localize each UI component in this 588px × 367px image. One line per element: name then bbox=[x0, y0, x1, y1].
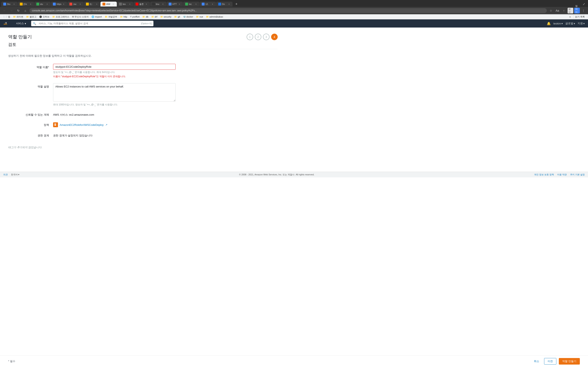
bookmark-vue-label: vue bbox=[199, 16, 203, 18]
bookmark-musinsa[interactable]: M 무신사 스토어 bbox=[71, 15, 90, 19]
bookmarks-more-button[interactable]: » bbox=[568, 15, 572, 19]
reload-button[interactable]: ↻ bbox=[16, 8, 21, 13]
tab-close-1[interactable]: × bbox=[13, 3, 16, 6]
tab-close-7[interactable]: × bbox=[112, 3, 115, 6]
terms-link[interactable]: 이용 약관 bbox=[557, 173, 567, 176]
role-desc-textarea[interactable]: Allows EC2 instances to call AWS service… bbox=[53, 83, 176, 101]
tab-favicon-2 bbox=[20, 3, 23, 6]
tab-1[interactable]: Stu × bbox=[1, 2, 17, 7]
bookmark-devStudy-label: 개발공부 bbox=[108, 15, 117, 18]
aws-services-button[interactable]: 서비스 ▾ bbox=[14, 21, 28, 26]
tab-close-11[interactable]: × bbox=[178, 3, 181, 6]
tab-close-10[interactable]: × bbox=[162, 3, 164, 6]
step-1: 1 bbox=[247, 34, 253, 40]
tab-close-8[interactable]: × bbox=[129, 3, 131, 6]
bookmark-blog[interactable]: 📁 블로그 bbox=[25, 15, 38, 19]
support-menu-button[interactable]: 지원 ▾ bbox=[578, 22, 585, 25]
tab-9[interactable]: 풀론 × bbox=[134, 2, 150, 7]
tab-favicon-8 bbox=[119, 3, 122, 6]
menu-button[interactable]: ⋮ bbox=[581, 8, 586, 13]
bookmarks-bar: ⋮⋮ 앱 📁 파이썬 📁 블로그 ⚫ 깃허브 📁 프로그래머스 M 무신사 스토… bbox=[0, 14, 588, 19]
bookmark-git[interactable]: 📁 git bbox=[173, 15, 181, 18]
share-button[interactable]: ↑ bbox=[561, 8, 567, 13]
tab-10[interactable]: linu × bbox=[150, 2, 166, 7]
update-button[interactable]: 업데이트 bbox=[574, 8, 580, 13]
bookmark-adminkakao[interactable]: 📁 admin&kakao bbox=[205, 15, 224, 18]
bookmark-github[interactable]: ⚫ 깃허브 bbox=[38, 15, 51, 19]
tab-8[interactable]: leo × bbox=[117, 2, 133, 7]
restore-tab-button[interactable]: ⤢ bbox=[581, 2, 587, 7]
bookmark-devStudy[interactable]: 📁 개발공부 bbox=[104, 15, 118, 19]
cancel-button[interactable]: 취소 bbox=[531, 358, 542, 364]
bookmark-docker-label: docker bbox=[186, 16, 193, 18]
privacy-link[interactable]: 개인 정보 보호 정책 bbox=[534, 173, 554, 176]
bookmark-yceffort[interactable]: Y yceffort bbox=[129, 15, 141, 18]
policy-name[interactable]: AmazonEC2RoleforAWSCodeDeploy bbox=[60, 123, 104, 126]
svg-rect-4 bbox=[55, 125, 55, 125]
policy-link: AmazonEC2RoleforAWSCodeDeploy ↗ bbox=[53, 122, 107, 127]
bookmark-programmers-label: 프로그래머스 bbox=[56, 15, 69, 18]
user-menu-button[interactable]: leokim ▾ bbox=[553, 22, 563, 25]
role-desc-hint: 최대 1000자입니다. 영숫자 및 '+=,.@-_' 문자를 사용합니다. bbox=[53, 103, 176, 106]
tab-favicon-4 bbox=[53, 3, 56, 6]
tab-13[interactable]: 12. × bbox=[200, 2, 216, 7]
bookmark-programmers[interactable]: 📁 프로그래머스 bbox=[51, 15, 70, 19]
tab-close-6[interactable]: × bbox=[95, 3, 98, 6]
tab-close-5[interactable]: × bbox=[79, 3, 82, 6]
tab-close-4[interactable]: × bbox=[62, 3, 65, 6]
bookmark-vue[interactable]: 📁 vue bbox=[195, 15, 204, 18]
tab-3[interactable]: stu × bbox=[34, 2, 51, 7]
extension-button-1[interactable]: 성신 bbox=[568, 8, 573, 13]
bell-icon[interactable]: 🔔 bbox=[547, 22, 551, 25]
bookmark-star-button[interactable]: ☆ bbox=[548, 8, 554, 13]
region-chevron: ▾ bbox=[574, 22, 575, 25]
tab-4[interactable]: https × bbox=[51, 2, 67, 7]
home-button[interactable]: ⌂ bbox=[22, 8, 28, 13]
tab-12[interactable]: loc × bbox=[183, 2, 199, 7]
bookmark-http[interactable]: 📁 http bbox=[119, 15, 129, 18]
role-name-input[interactable] bbox=[53, 64, 176, 70]
bookmark-apps[interactable]: ⋮⋮ 앱 bbox=[2, 15, 11, 19]
prev-button[interactable]: 이전 bbox=[544, 358, 556, 365]
tab-11[interactable]: HTT × bbox=[167, 2, 183, 7]
reader-mode-button[interactable]: Aa bbox=[554, 8, 560, 13]
region-menu-button[interactable]: 글로벌 ▾ bbox=[565, 22, 575, 25]
aws-logo[interactable]: aws bbox=[3, 21, 11, 26]
github-icon: ⚫ bbox=[39, 16, 42, 18]
bookmark-apps-label: 앱 bbox=[8, 15, 10, 18]
tab-close-2[interactable]: × bbox=[29, 3, 32, 6]
bookmark-db[interactable]: 📁 db bbox=[141, 15, 149, 18]
tab-label-4: https bbox=[57, 3, 61, 5]
tab-close-12[interactable]: × bbox=[195, 3, 198, 6]
tab-close-13[interactable]: × bbox=[211, 3, 214, 6]
aws-header: aws 서비스 ▾ 🔍 [Option+S] 🔔 leokim ▾ 글로벌 ▾ … bbox=[0, 19, 588, 27]
tab-label-3: stu bbox=[40, 3, 45, 5]
tab-close-14[interactable]: × bbox=[228, 3, 231, 6]
region-label: 글로벌 bbox=[565, 22, 573, 25]
forward-button[interactable]: → bbox=[9, 8, 14, 13]
bookmark-python[interactable]: 📁 파이썬 bbox=[12, 15, 25, 19]
tab-5[interactable]: Jac × bbox=[67, 2, 84, 7]
tab-7-active[interactable]: IAM × bbox=[100, 2, 117, 7]
role-name-error: 이름이 "studypot-EC2CodeDeployRole"인 역할이 이미… bbox=[53, 75, 176, 78]
tab-close-3[interactable]: × bbox=[46, 3, 49, 6]
aws-search-input[interactable] bbox=[38, 21, 139, 26]
bookmark-security[interactable]: 📁 security bbox=[159, 15, 173, 18]
bookmark-docker[interactable]: 🐳 docker bbox=[182, 15, 194, 18]
cookie-link[interactable]: 쿠키 기본 설정 bbox=[570, 173, 585, 176]
address-input[interactable] bbox=[29, 8, 547, 13]
tab-2[interactable]: [De × bbox=[18, 2, 34, 7]
back-button[interactable]: ← bbox=[2, 8, 7, 13]
external-link-icon[interactable]: ↗ bbox=[105, 123, 107, 126]
new-tab-button[interactable]: + bbox=[233, 1, 239, 7]
tab-6[interactable]: 6) : × bbox=[84, 2, 100, 7]
create-role-button[interactable]: 역할 만들기 bbox=[559, 358, 580, 365]
opinion-label[interactable]: 의견 bbox=[3, 173, 8, 176]
tab-close-9[interactable]: × bbox=[145, 3, 148, 6]
bookmark-myport[interactable]: 🌐 myport bbox=[90, 15, 103, 18]
tab-14[interactable]: Do × bbox=[216, 2, 233, 7]
section-desc: 생성하기 전에 아래에 필요한 정보를 입력하고 이 역할을 검토하십시오. bbox=[8, 54, 278, 58]
language-selector[interactable]: 한국어 ▾ bbox=[11, 173, 19, 176]
bookmark-drf[interactable]: 📁 drf bbox=[150, 15, 159, 18]
reading-list-button[interactable]: 읽기 목록 bbox=[573, 15, 586, 19]
